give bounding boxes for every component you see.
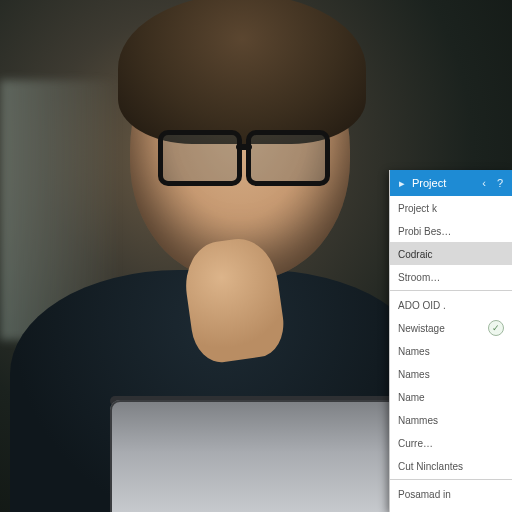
project-dropdown-title: Project [412, 177, 474, 189]
project-dropdown-panel: ▸ Project ‹ ? Project k Probi Bes… Codra… [389, 170, 512, 512]
photo-glasses-bridge [236, 144, 252, 150]
photo-laptop-lid [110, 400, 410, 512]
photo-hair [118, 0, 366, 144]
menu-item-name[interactable]: Name [390, 385, 512, 408]
menu-item-pos[interactable]: Posamad in [390, 482, 512, 505]
menu-item-label: Posamad in [398, 489, 451, 500]
menu-item-code[interactable]: Codraic [390, 242, 512, 265]
photo-glasses-lens [246, 130, 330, 186]
menu-separator [390, 290, 512, 291]
menu-item-stream[interactable]: Stroom… [390, 265, 512, 288]
menu-item-label: Names [398, 369, 430, 380]
project-dropdown-header[interactable]: ▸ Project ‹ ? [390, 170, 512, 196]
menu-item-label: Curre… [398, 438, 433, 449]
menu-item-current[interactable]: Curre… [390, 431, 512, 454]
menu-separator [390, 479, 512, 480]
chevron-left-icon[interactable]: ‹ [478, 177, 490, 189]
menu-item-label: Probi Bes… [398, 226, 451, 237]
menu-item-addon[interactable]: ADO OID . [390, 293, 512, 316]
menu-item-label: Names [398, 346, 430, 357]
photo-glasses-lens [158, 130, 242, 186]
menu-item-newstage[interactable]: Newistage ✓ [390, 316, 512, 339]
chevron-right-icon[interactable]: ? [494, 177, 506, 189]
menu-item-cut[interactable]: Cut Ninclantes [390, 454, 512, 477]
menu-item-names2[interactable]: Names [390, 362, 512, 385]
menu-item-label: Stroom… [398, 272, 440, 283]
menu-item-label: Cut Ninclantes [398, 461, 463, 472]
menu-item-probes[interactable]: Probi Bes… [390, 219, 512, 242]
menu-item-label: Newistage [398, 323, 445, 334]
menu-item-names1[interactable]: Names [390, 339, 512, 362]
folder-icon: ▸ [396, 177, 408, 189]
menu-item-names3[interactable]: Nammes [390, 408, 512, 431]
menu-item-label: Project k [398, 203, 437, 214]
menu-item-label: ADO OID . [398, 300, 446, 311]
menu-item-label: Name [398, 392, 425, 403]
status-badge-icon: ✓ [488, 320, 504, 336]
photo-glasses [158, 130, 330, 180]
menu-item-foil[interactable]: Foil Almisto s… [390, 505, 512, 512]
menu-item-label: Nammes [398, 415, 438, 426]
menu-item-project[interactable]: Project k [390, 196, 512, 219]
menu-item-label: Codraic [398, 249, 432, 260]
